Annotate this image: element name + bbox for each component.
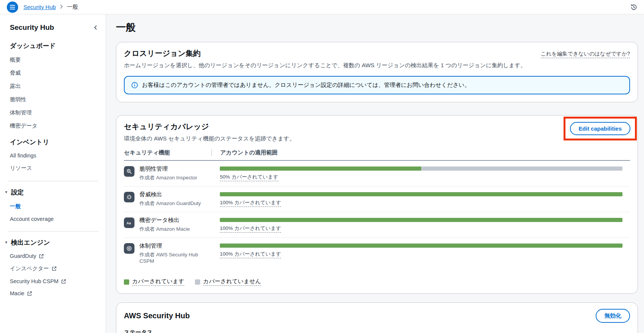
external-link-icon [39, 254, 44, 259]
sidebar-item-resources[interactable]: リソース [0, 162, 106, 175]
breadcrumb-security-hub-link[interactable]: Security Hub [23, 4, 56, 10]
sidebar-heading-inventory: インベントリ [0, 133, 106, 150]
status-label: ステータス [124, 329, 630, 333]
sidebar-item-guardduty[interactable]: GuardDuty [0, 250, 106, 262]
feature-name: 脅威検出 [139, 191, 201, 198]
feature-provider: 作成者 Amazon Macie [139, 226, 190, 233]
why-cant-edit-link[interactable]: これを編集できないのはなぜですか? [541, 51, 630, 58]
sidebar-item-general[interactable]: 一般 [0, 200, 106, 213]
feature-name: 脆弱性管理 [139, 165, 197, 173]
alert-text: お客様はこのアカウントの管理者ではありません。クロスリージョン設定の詳細について… [142, 82, 470, 89]
cross-region-aggregation-card: クロスリージョン集約 これを編集できないのはなぜですか? ホームリージョンを選択… [116, 42, 638, 102]
feature-provider: 作成者 AWS Security Hub CSPM [139, 251, 212, 264]
coverage-progress-bar [220, 166, 622, 171]
svg-text:Aa: Aa [127, 221, 131, 225]
info-icon [131, 82, 138, 88]
breadcrumb-separator-icon [60, 4, 63, 10]
sidebar-divider [8, 181, 99, 181]
security-coverage-card: セキュリティカバレッジ 環境全体の AWS セキュリティ機能のステータスを追跡で… [116, 115, 638, 294]
sensitive-data-letters-icon: Aa [124, 217, 134, 228]
breadcrumb: Security Hub 一般 [23, 3, 78, 11]
page-title: 一般 [116, 21, 638, 34]
history-icon[interactable] [630, 4, 637, 11]
legend-covered-link[interactable]: カバーされています [132, 278, 184, 286]
coverage-percentage-link[interactable]: 50% カバーされています [220, 174, 278, 181]
coverage-table: セキュリティ機能 アカウントの適用範囲 脆弱性管理 作成者 Amazon [124, 149, 630, 269]
coverage-progress-bar [220, 244, 622, 248]
disable-button[interactable]: 無効化 [596, 309, 630, 323]
sidebar-item-posture-management[interactable]: 体制管理 [0, 106, 106, 119]
sidebar-item-sensitive-data[interactable]: 機密データ [0, 119, 106, 133]
external-link-icon [61, 279, 66, 284]
chevron-down-icon: ▼ [5, 241, 8, 244]
coverage-percentage-link[interactable]: 100% カバーされています [220, 199, 281, 207]
sidebar-item-all-findings[interactable]: All findings [0, 150, 106, 162]
not-covered-swatch-icon [195, 279, 200, 285]
cross-region-description: ホームリージョンを選択し、他のリージョンをそのリージョンにリンクすることで、複数… [124, 62, 630, 69]
aws-security-hub-title: AWS Security Hub [124, 311, 190, 320]
chevron-down-icon: ▼ [5, 191, 8, 194]
external-link-icon [52, 266, 57, 271]
hamburger-menu-icon[interactable] [7, 2, 18, 13]
coverage-percentage-link[interactable]: 100% カバーされています [220, 225, 281, 233]
sidebar-divider [8, 231, 99, 231]
sidebar-item-exposure[interactable]: 露出 [0, 80, 106, 93]
sidebar-item-inspector[interactable]: インスペクター [0, 262, 106, 275]
table-row-vulnerability-management: 脆弱性管理 作成者 Amazon Inspector 50% カバーされています [124, 161, 630, 187]
column-header-account-coverage: アカウントの適用範囲 [212, 149, 630, 156]
threat-virus-icon [124, 192, 134, 202]
sidebar-item-threats[interactable]: 脅威 [0, 66, 106, 80]
sidebar-item-macie[interactable]: Macie [0, 287, 106, 299]
external-link-icon [27, 291, 32, 296]
annotation-highlight-box: Edit capabilities [564, 117, 637, 140]
sidebar-section-settings[interactable]: ▼ 設定 [0, 187, 106, 200]
sidebar-item-vulnerabilities[interactable]: 脆弱性 [0, 93, 106, 106]
main-content: 一般 クロスリージョン集約 これを編集できないのはなぜですか? ホームリージョン… [106, 14, 644, 333]
posture-target-icon [124, 243, 134, 254]
edit-capabilities-button[interactable]: Edit capabilities [570, 122, 630, 135]
side-navigation: Security Hub ダッシュボード 概要 脅威 露出 脆弱性 体制管理 機… [0, 14, 106, 333]
not-administrator-info-alert: お客様はこのアカウントの管理者ではありません。クロスリージョン設定の詳細について… [124, 76, 630, 94]
sidebar-item-account-coverage[interactable]: Account coverage [0, 213, 106, 225]
aws-security-hub-card: AWS Security Hub 無効化 ステータス 有効 [116, 302, 638, 333]
feature-provider: 作成者 Amazon Inspector [139, 174, 197, 181]
sidebar-heading-dashboard: ダッシュボード [0, 36, 106, 53]
security-coverage-description: 環境全体の AWS セキュリティ機能のステータスを追跡できます。 [124, 135, 630, 142]
table-row-sensitive-data-detection: Aa 機密データ検出 作成者 Amazon Macie 100% カバーされてい… [124, 212, 630, 238]
covered-swatch-icon [124, 279, 129, 285]
breadcrumb-current-page: 一般 [67, 3, 78, 11]
table-row-threat-detection: 脅威検出 作成者 Amazon GuardDuty 100% カバーされています [124, 187, 630, 212]
sidebar-collapse-icon[interactable] [93, 25, 98, 31]
legend-not-covered-link[interactable]: カバーされていません [203, 278, 261, 286]
table-row-posture-management: 体制管理 作成者 AWS Security Hub CSPM 100% カバーさ… [124, 238, 630, 269]
coverage-progress-bar [220, 218, 622, 222]
coverage-progress-bar [220, 192, 622, 196]
sidebar-item-security-hub-cspm[interactable]: Security Hub CSPM [0, 275, 106, 287]
feature-provider: 作成者 Amazon GuardDuty [139, 200, 201, 207]
column-header-security-feature: セキュリティ機能 [124, 149, 212, 156]
coverage-percentage-link[interactable]: 100% カバーされています [220, 251, 281, 258]
sidebar-item-overview[interactable]: 概要 [0, 53, 106, 66]
sidebar-title: Security Hub [10, 23, 54, 32]
vulnerability-magnifier-icon [124, 166, 134, 177]
feature-name: 機密データ検出 [139, 217, 190, 224]
coverage-legend: カバーされています カバーされていません [124, 278, 630, 286]
cross-region-card-title: クロスリージョン集約 [124, 48, 201, 59]
security-coverage-title: セキュリティカバレッジ [124, 122, 630, 132]
top-navigation-bar: Security Hub 一般 [0, 0, 644, 14]
sidebar-section-detection-engines[interactable]: ▼ 検出エンジン [0, 237, 106, 250]
feature-name: 体制管理 [139, 242, 212, 250]
